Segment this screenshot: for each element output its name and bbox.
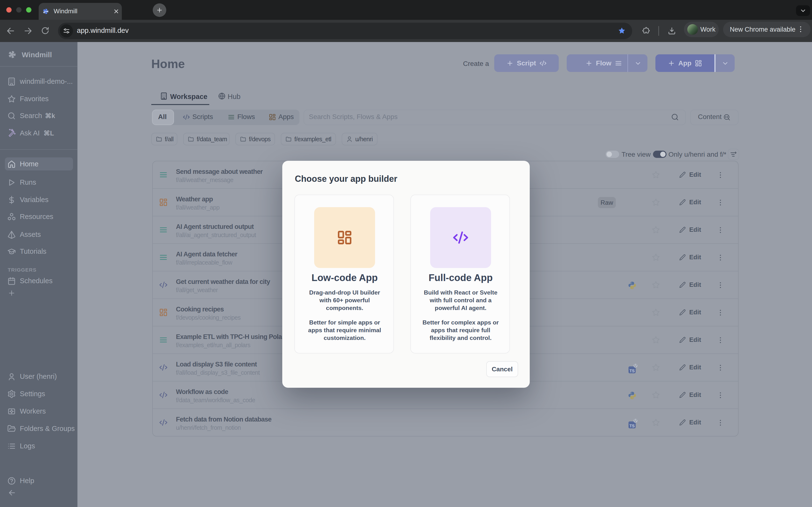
svg-text:TS: TS [629,369,635,373]
svg-text:TS: TS [629,424,635,428]
